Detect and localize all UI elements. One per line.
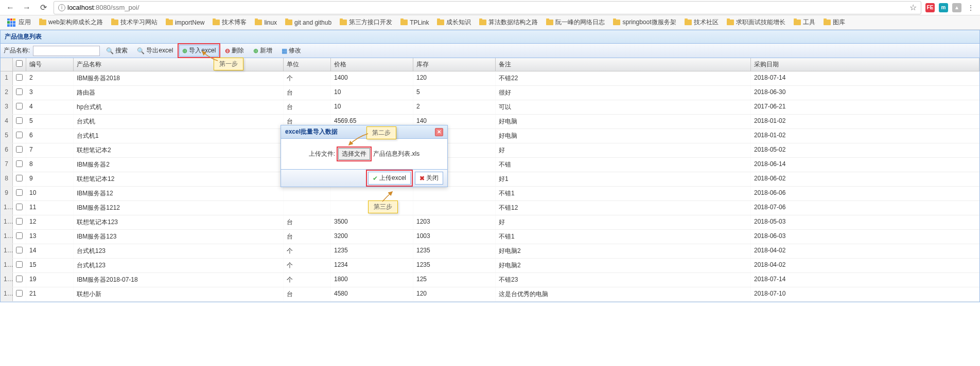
- bookmark-item[interactable]: 技术社区: [681, 17, 722, 28]
- forward-button[interactable]: →: [21, 2, 33, 14]
- bookmark-item[interactable]: 工具: [791, 17, 818, 28]
- cell-price: [331, 187, 413, 200]
- row-checkbox[interactable]: [13, 273, 26, 287]
- cell-id: 13: [26, 230, 74, 244]
- row-checkbox[interactable]: [13, 86, 26, 100]
- row-checkbox[interactable]: [13, 287, 26, 301]
- table-row[interactable]: 89联想笔记本12好12018-06-02: [1, 172, 979, 187]
- bookmark-item[interactable]: 技术学习网站: [108, 17, 161, 28]
- cell-remark: 好电脑2: [496, 259, 751, 272]
- table-row[interactable]: 45台式机台4569.65140好电脑2018-01-02: [1, 115, 979, 129]
- col-remark[interactable]: 备注: [496, 58, 751, 71]
- col-date[interactable]: 采购日期: [751, 58, 979, 71]
- bookmark-item[interactable]: 阮一峰的网络日志: [543, 17, 608, 28]
- table-row[interactable]: 67联想笔记本2好2018-05-02: [1, 143, 979, 158]
- checkbox-header[interactable]: [13, 58, 26, 71]
- extension-user-icon[interactable]: ▲: [952, 3, 961, 12]
- row-checkbox[interactable]: [13, 115, 26, 129]
- table-row[interactable]: 1011IBM服务器1212不错122018-07-06: [1, 201, 979, 215]
- table-row[interactable]: 910IBM服务器12不错12018-06-06: [1, 187, 979, 201]
- col-stock[interactable]: 库存: [413, 58, 496, 71]
- table-row[interactable]: 34hp台式机台102可以2017-06-21: [1, 100, 979, 115]
- row-checkbox[interactable]: [13, 244, 26, 258]
- bookmark-item[interactable]: springboot微服务架: [610, 17, 679, 28]
- table-row[interactable]: 1112联想笔记本123台35001203好2018-05-03: [1, 215, 979, 230]
- cell-price: 10: [331, 100, 413, 114]
- row-checkbox[interactable]: [13, 230, 26, 244]
- search-button[interactable]: 🔍搜索: [103, 45, 131, 57]
- table-row[interactable]: 78IBM服务器2不错2018-06-14: [1, 158, 979, 172]
- folder-icon: [285, 20, 292, 25]
- url-text: localhost:8080/ssm_poi/: [67, 4, 907, 11]
- reload-button[interactable]: ⟳: [37, 2, 49, 14]
- row-checkbox[interactable]: [13, 259, 26, 272]
- export-excel-button[interactable]: 🔍导出excel: [134, 45, 176, 57]
- browser-menu-icon[interactable]: ⋮: [966, 4, 976, 11]
- col-price[interactable]: 价格: [331, 58, 413, 71]
- edit-button[interactable]: ▦修改: [278, 45, 304, 57]
- cell-date: 2018-06-02: [751, 172, 979, 186]
- row-checkbox[interactable]: [13, 187, 26, 200]
- cell-name: IBM服务器12: [74, 187, 284, 200]
- delete-button[interactable]: ⊖删除: [222, 45, 247, 57]
- row-checkbox[interactable]: [13, 143, 26, 157]
- table-row[interactable]: 1519IBM服务器2018-07-18个1800125不错232018-07-…: [1, 273, 979, 287]
- row-checkbox[interactable]: [13, 158, 26, 172]
- cell-stock: 1235: [413, 259, 496, 272]
- close-button[interactable]: ✖关闭: [415, 172, 443, 185]
- row-checkbox[interactable]: [13, 100, 26, 114]
- info-icon[interactable]: i: [58, 4, 65, 11]
- table-row[interactable]: 56台式机1好电脑2018-01-02: [1, 129, 979, 143]
- bookmark-star-icon[interactable]: ☆: [909, 3, 917, 12]
- address-bar[interactable]: i localhost:8080/ssm_poi/ ☆: [54, 1, 921, 14]
- folder-icon: [613, 20, 620, 25]
- table-row[interactable]: 1314台式机123个12351235好电脑22018-04-02: [1, 244, 979, 259]
- row-checkbox[interactable]: [13, 71, 26, 85]
- bookmark-item[interactable]: TPLink: [397, 17, 432, 28]
- table-row[interactable]: 1213IBM服务器123台32001003不错12018-06-03: [1, 230, 979, 244]
- bookmark-item[interactable]: importNew: [163, 17, 207, 28]
- table-row[interactable]: 1415台式机123个12341235好电脑22018-04-02: [1, 259, 979, 273]
- row-checkbox[interactable]: [13, 129, 26, 143]
- col-name[interactable]: 产品名称: [74, 58, 284, 71]
- bookmark-item[interactable]: 成长知识: [434, 17, 474, 28]
- upload-excel-button[interactable]: ✔上传excel: [368, 172, 411, 185]
- cell-remark: 不错22: [496, 71, 751, 85]
- col-id[interactable]: 编号: [26, 58, 74, 71]
- bookmark-item[interactable]: 技术博客: [209, 17, 250, 28]
- table-row[interactable]: 23路由器台105很好2018-06-30: [1, 86, 979, 100]
- dialog-close-icon[interactable]: ✕: [435, 128, 443, 136]
- bookmark-item[interactable]: 第三方接口开发: [337, 17, 395, 28]
- bookmark-item[interactable]: git and github: [282, 17, 335, 28]
- extension-fe-icon[interactable]: FE: [925, 3, 935, 12]
- row-checkbox[interactable]: [13, 172, 26, 186]
- add-button[interactable]: ⊕新增: [250, 45, 275, 57]
- annotation-step2: 第二步: [366, 126, 396, 139]
- row-checkbox[interactable]: [13, 215, 26, 229]
- bookmark-item[interactable]: web架构师成长之路: [36, 17, 106, 28]
- folder-icon: [727, 20, 734, 25]
- cell-stock: 120: [413, 71, 496, 85]
- col-unit[interactable]: 单位: [284, 58, 331, 71]
- row-number: 2: [1, 86, 13, 100]
- import-excel-button[interactable]: ⊕导入excel: [179, 45, 219, 57]
- cell-date: 2018-06-03: [751, 230, 979, 244]
- bookmark-item[interactable]: 求职面试技能增长: [724, 17, 789, 28]
- row-number: 1: [1, 71, 13, 85]
- bookmark-item[interactable]: 图库: [820, 17, 848, 28]
- apps-button[interactable]: 应用: [4, 17, 34, 28]
- row-checkbox[interactable]: [13, 201, 26, 215]
- panel-title: 产品信息列表: [0, 30, 980, 44]
- bookmark-item[interactable]: 算法数据结构之路: [476, 17, 541, 28]
- table-row[interactable]: 1621联想小新台4580120这是台优秀的电脑2018-07-10: [1, 287, 979, 302]
- cell-date: 2017-06-21: [751, 100, 979, 114]
- bookmark-item[interactable]: linux: [252, 17, 280, 28]
- back-button[interactable]: ←: [4, 2, 16, 14]
- choose-file-button[interactable]: 选择文件: [338, 148, 370, 160]
- dialog-header[interactable]: excel批量导入数据 ✕: [281, 125, 447, 139]
- table-row[interactable]: 12IBM服务器2018个1400120不错222018-07-14: [1, 71, 979, 86]
- cell-date: 2018-04-02: [751, 259, 979, 272]
- cell-remark: 不错1: [496, 230, 751, 244]
- extension-m-icon[interactable]: m: [939, 3, 948, 12]
- product-name-input[interactable]: [33, 46, 100, 56]
